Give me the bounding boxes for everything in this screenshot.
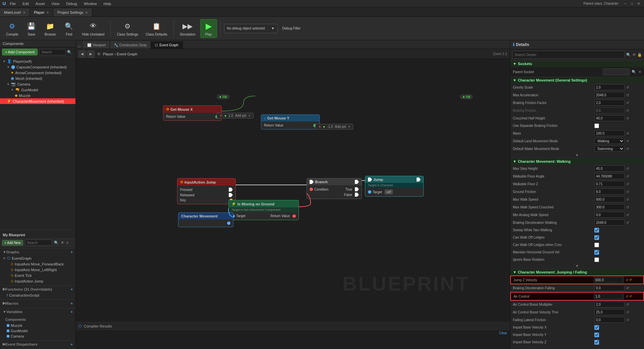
debug-filter-button[interactable]: Debug Filter: [280, 25, 303, 32]
air-control-boost-multiplier-input[interactable]: [594, 301, 625, 307]
tree-item-player[interactable]: ▼ 👤 Player(self): [0, 58, 75, 64]
falling-lateral-friction-input[interactable]: [594, 317, 625, 323]
parent-socket-input[interactable]: [603, 68, 630, 75]
node-get-mouse-y[interactable]: ↕ Get Mouse Y Return Value: [261, 114, 320, 130]
tab-player[interactable]: Player ✕: [30, 8, 53, 16]
jumping-section-header[interactable]: ▼ Character Movement: Jumping / Falling: [510, 269, 644, 276]
braking-decel-falling-reset[interactable]: ↺: [626, 286, 629, 290]
default-water-mode-select[interactable]: Swimming: [594, 146, 625, 152]
tree-item-camera[interactable]: ▼ 📷 Camera: [0, 81, 75, 87]
tree-item-event-tick[interactable]: ◇ Event Tick: [0, 272, 75, 278]
crouched-half-height-reset[interactable]: ↺: [626, 116, 629, 120]
braking-friction-reset[interactable]: ↺: [626, 109, 629, 112]
menu-debug[interactable]: Debug: [65, 1, 78, 6]
blueprint-eye-icon[interactable]: 👁: [61, 241, 64, 245]
walkable-floor-z-input[interactable]: [594, 181, 625, 187]
node-input-action-jump[interactable]: ⊙ InputAction Jump Pressed Released Key: [177, 178, 236, 204]
tree-item-capsule[interactable]: ▼ ⬤ CapsuleComponent (Inherited): [0, 64, 75, 70]
max-walk-speed-input[interactable]: [594, 196, 625, 202]
braking-decel-walking-reset[interactable]: ↺: [626, 221, 629, 225]
sockets-section-header[interactable]: ▼ Sockets: [510, 60, 644, 67]
class-settings-button[interactable]: ⚙ Class Settings: [114, 19, 141, 38]
impart-base-velocity-y-checkbox[interactable]: [594, 333, 599, 337]
tree-item-mesh[interactable]: ▣ Mesh (Inherited): [0, 76, 75, 81]
air-control-reset[interactable]: ↺: [626, 295, 628, 298]
compile-button[interactable]: ⚙ Compile: [3, 19, 21, 38]
simulation-button[interactable]: ▶▶ Simulation: [177, 19, 198, 38]
sweep-while-nav-checkbox[interactable]: [594, 228, 599, 233]
add-graph-button[interactable]: +: [71, 250, 73, 254]
ground-friction-input[interactable]: [594, 189, 625, 195]
tree-item-var-gunmodel[interactable]: GunModel: [0, 328, 75, 334]
jump-z-velocity-input[interactable]: [594, 277, 624, 283]
editor-tab-event-graph[interactable]: ⬡ Event Graph: [151, 41, 182, 49]
max-walk-speed-reset[interactable]: ↺: [626, 198, 629, 201]
add-variable-button[interactable]: +: [71, 310, 73, 314]
browse-button[interactable]: 📁 Browse: [42, 19, 59, 38]
walking-section-header[interactable]: ▼ Character Movement: Walking: [510, 158, 644, 165]
editor-tab-construction[interactable]: 🔧 Construction Scrip: [110, 41, 151, 49]
star-button[interactable]: ☆: [76, 44, 83, 49]
maximize-button[interactable]: □: [629, 1, 635, 6]
default-land-mode-reset[interactable]: ↺: [626, 139, 629, 143]
find-button[interactable]: 🔍 Find: [61, 19, 77, 38]
blueprint-search-icon[interactable]: 🔍: [54, 241, 59, 245]
tree-item-muzzle[interactable]: ◆ Muzzle: [0, 93, 75, 98]
general-scroll-down[interactable]: ▼: [510, 153, 644, 158]
node-get-mouse-x[interactable]: ⊙ Get Mouse X Return Value: [163, 105, 222, 121]
blueprint-filter-icon[interactable]: ≡: [66, 241, 68, 245]
tree-item-input-move-lr[interactable]: ◇ InputAxis Move_LeftRight: [0, 267, 75, 272]
dispatchers-section-header[interactable]: ▶ Event Dispatchers +: [0, 340, 75, 348]
impart-base-velocity-z-checkbox[interactable]: [594, 340, 599, 345]
gravity-scale-input[interactable]: [594, 84, 625, 90]
braking-decel-walking-input[interactable]: [594, 219, 625, 226]
braking-decel-falling-input[interactable]: [594, 285, 625, 291]
save-button[interactable]: 💾 Save: [23, 19, 40, 38]
tree-item-arrow[interactable]: ➤ ArrowComponent (Inherited): [0, 70, 75, 76]
graphs-section-header[interactable]: ▼ Graphs +: [0, 248, 75, 255]
can-walk-off-ledges-checkbox[interactable]: [594, 235, 599, 240]
class-defaults-button[interactable]: 📋 Class Defaults: [143, 19, 170, 38]
add-function-button[interactable]: +: [71, 287, 73, 291]
walking-scroll-down[interactable]: ▼: [510, 263, 644, 268]
details-lock-button[interactable]: 🔒: [637, 53, 642, 57]
socket-clear-button[interactable]: ✕: [638, 70, 641, 74]
hide-unrelated-button[interactable]: 👁 Hide Unrelated: [79, 19, 107, 38]
components-search[interactable]: [39, 49, 66, 55]
braking-friction-factor-input[interactable]: [594, 100, 625, 106]
variables-section-header[interactable]: ▼ Variables +: [0, 308, 75, 315]
default-land-mode-select[interactable]: Walking: [594, 138, 625, 144]
mass-input[interactable]: [594, 130, 625, 136]
falling-lateral-friction-reset[interactable]: ↺: [626, 318, 629, 322]
ground-friction-reset[interactable]: ↺: [626, 190, 629, 194]
menu-asset[interactable]: Asset: [34, 1, 46, 6]
max-step-height-input[interactable]: [594, 165, 625, 171]
use-separate-braking-checkbox[interactable]: [594, 123, 599, 128]
functions-section-header[interactable]: ▶ Functions (31 Overridable) +: [0, 285, 75, 293]
air-control-boost-velocity-reset[interactable]: ↺: [626, 310, 629, 314]
tree-item-input-action-jump[interactable]: ◇ InputAction Jump: [0, 278, 75, 284]
search-icon[interactable]: 🔍: [67, 50, 72, 54]
add-new-button[interactable]: + Add New: [2, 240, 23, 246]
max-acceleration-input[interactable]: [594, 92, 625, 98]
close-button[interactable]: ✕: [636, 1, 641, 6]
tree-item-character-movement[interactable]: ⚡ CharacterMovement (Inherited): [0, 98, 75, 104]
add-dispatcher-button[interactable]: +: [71, 342, 73, 346]
blueprint-canvas[interactable]: BLUEPRINT ● Val ● Val ⊙ Get Mouse X Retu…: [76, 59, 510, 322]
clear-button[interactable]: Clear: [499, 331, 507, 335]
blueprint-search[interactable]: [25, 240, 52, 246]
braking-friction-input[interactable]: [594, 107, 625, 113]
impart-base-velocity-x-checkbox[interactable]: [594, 325, 599, 330]
details-search-input[interactable]: [512, 51, 625, 59]
general-section-header[interactable]: ▼ Character Movement (General Settings): [510, 77, 644, 84]
tree-item-gunmodel[interactable]: ▼ 🔫 GunModel: [0, 87, 75, 93]
tab-project-settings-close[interactable]: ✕: [85, 11, 88, 14]
macros-section-header[interactable]: ▶ Macros +: [0, 299, 75, 307]
tree-item-var-camera[interactable]: Camera: [0, 334, 75, 339]
add-macro-button[interactable]: +: [71, 301, 73, 305]
menu-window[interactable]: Window: [83, 1, 98, 6]
walkable-floor-angle-input[interactable]: [594, 173, 625, 179]
air-control-input[interactable]: [594, 293, 624, 299]
play-button[interactable]: ▶ Play: [200, 19, 217, 38]
tab-mainlevel-close[interactable]: ✕: [23, 11, 25, 14]
